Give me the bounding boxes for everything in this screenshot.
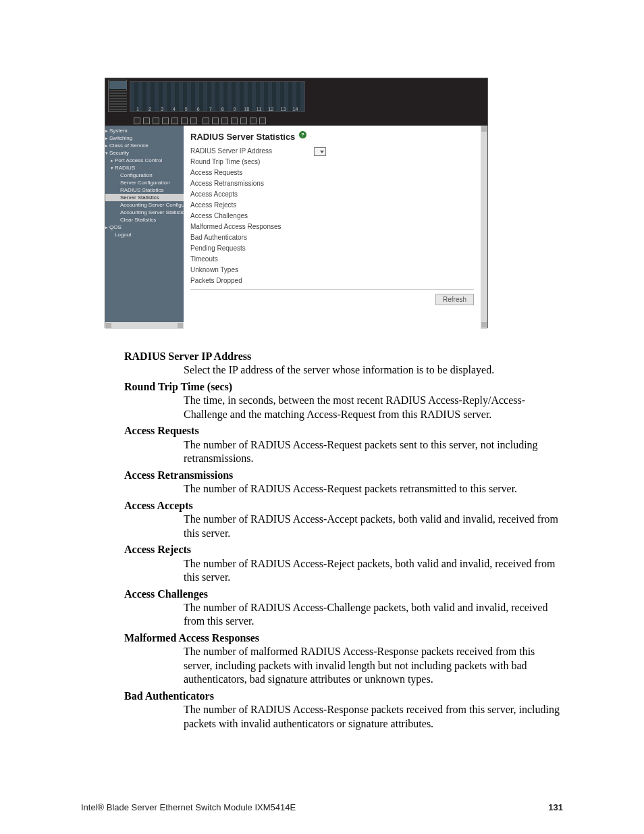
desc-round-trip-time: The time, in seconds, between the most r… — [184, 394, 560, 421]
port-num: 12 — [265, 107, 276, 111]
sidebar-item-qos[interactable]: QOS — [105, 224, 184, 231]
port-num: 11 — [254, 107, 265, 111]
sidebar-item-configuration[interactable]: Configuration — [105, 172, 184, 179]
ip-address-select[interactable] — [314, 147, 326, 156]
label-access-accepts: Access Accepts — [190, 189, 312, 200]
desc-bad-authenticators: The number of RADIUS Access-Response pac… — [184, 703, 560, 731]
divider — [190, 289, 474, 290]
sidebar-horizontal-scrollbar[interactable] — [105, 322, 184, 329]
page-footer: Intel® Blade Server Ethernet Switch Modu… — [81, 802, 563, 812]
label-access-rejects: Access Rejects — [190, 200, 312, 211]
port-num: 4 — [169, 107, 180, 111]
desc-malformed-responses: The number of malformed RADIUS Access-Re… — [184, 645, 560, 686]
label-malformed-responses: Malformed Access Responses — [190, 221, 312, 232]
term-access-retransmissions: Access Retransmissions — [124, 469, 560, 482]
sidebar-item-server-configuration[interactable]: Server Configuration — [105, 179, 184, 186]
term-ip-address: RADIUS Server IP Address — [124, 350, 560, 363]
sidebar-item-port-access-control[interactable]: Port Access Control — [105, 157, 184, 164]
label-packets-dropped: Packets Dropped — [190, 276, 312, 286]
sidebar-item-acct-server-stats[interactable]: Accounting Server Statistics — [105, 209, 184, 216]
admin-ui-screenshot: 1 2 3 4 5 6 7 8 9 10 11 12 13 14 — [105, 78, 488, 328]
port-num: 7 — [205, 107, 216, 111]
port-num: 13 — [277, 107, 288, 111]
port-num: 6 — [193, 107, 204, 111]
term-round-trip-time: Round Trip Time (secs) — [124, 380, 560, 394]
refresh-button[interactable]: Refresh — [435, 294, 474, 305]
port-num: 8 — [217, 107, 228, 111]
port-num: 3 — [157, 107, 167, 111]
footer-text: Intel® Blade Server Ethernet Switch Modu… — [81, 802, 296, 812]
desc-ip-address: Select the IP address of the server whos… — [184, 363, 560, 377]
term-access-rejects: Access Rejects — [124, 543, 560, 556]
switch-device-icon — [108, 80, 127, 112]
label-timeouts: Timeouts — [190, 254, 312, 265]
switch-port-header: 1 2 3 4 5 6 7 8 9 10 11 12 13 14 — [105, 78, 487, 126]
port-num: 5 — [181, 107, 192, 111]
port-num: 14 — [290, 107, 300, 111]
help-icon[interactable]: ? — [299, 131, 306, 138]
sidebar-item-switching[interactable]: Switching — [105, 134, 184, 142]
sidebar-nav: System Switching Class of Service Securi… — [105, 126, 184, 329]
label-bad-authenticators: Bad Authenticators — [190, 232, 312, 243]
desc-access-challenges: The number of RADIUS Access-Challenge pa… — [184, 601, 560, 629]
sidebar-item-acct-server-config[interactable]: Accounting Server Configuratio — [105, 201, 184, 209]
label-access-requests: Access Requests — [190, 167, 312, 178]
label-ip-address: RADIUS Server IP Address — [190, 146, 312, 157]
term-bad-authenticators: Bad Authenticators — [124, 689, 560, 703]
term-access-accepts: Access Accepts — [124, 499, 560, 513]
panel-title-text: RADIUS Server Statistics — [190, 132, 295, 142]
desc-access-rejects: The number of RADIUS Access-Reject packe… — [184, 557, 560, 585]
sidebar-item-radius-statistics[interactable]: RADIUS Statistics — [105, 186, 184, 194]
desc-access-requests: The number of RADIUS Access-Request pack… — [184, 438, 560, 466]
panel-title: RADIUS Server Statistics ? — [190, 131, 474, 142]
sidebar-item-logout[interactable]: Logout — [105, 231, 184, 238]
port-num: 10 — [242, 107, 252, 111]
label-unknown-types: Unknown Types — [190, 265, 312, 276]
port-num: 9 — [230, 107, 240, 111]
field-descriptions: RADIUS Server IP Address Select the IP a… — [124, 347, 560, 733]
port-num: 1 — [132, 107, 143, 111]
page-number: 131 — [548, 802, 563, 812]
port-number-row: 1 2 3 4 5 6 7 8 9 10 11 12 13 14 — [132, 107, 300, 115]
sidebar-item-clear-statistics[interactable]: Clear Statistics — [105, 216, 184, 224]
main-vertical-scrollbar[interactable] — [481, 126, 487, 329]
label-round-trip-time: Round Trip Time (secs) — [190, 157, 312, 167]
term-malformed-responses: Malformed Access Responses — [124, 631, 560, 645]
sidebar-item-radius[interactable]: RADIUS — [105, 164, 184, 172]
sidebar-item-system[interactable]: System — [105, 127, 184, 134]
sidebar-item-class-of-service[interactable]: Class of Service — [105, 142, 184, 149]
label-access-retransmissions: Access Retransmissions — [190, 178, 312, 189]
label-access-challenges: Access Challenges — [190, 211, 312, 221]
sidebar-item-security[interactable]: Security — [105, 149, 184, 157]
sidebar-item-server-statistics[interactable]: Server Statistics — [105, 194, 184, 201]
row-ip-address: RADIUS Server IP Address — [190, 146, 474, 157]
desc-access-accepts: The number of RADIUS Access-Accept packe… — [184, 513, 560, 540]
port-indicator-row — [132, 115, 267, 123]
main-panel: RADIUS Server Statistics ? RADIUS Server… — [184, 126, 481, 329]
label-pending-requests: Pending Requests — [190, 243, 312, 254]
term-access-requests: Access Requests — [124, 424, 560, 438]
term-access-challenges: Access Challenges — [124, 588, 560, 601]
port-num: 2 — [144, 107, 155, 111]
desc-access-retransmissions: The number of RADIUS Access-Request pack… — [184, 482, 560, 496]
